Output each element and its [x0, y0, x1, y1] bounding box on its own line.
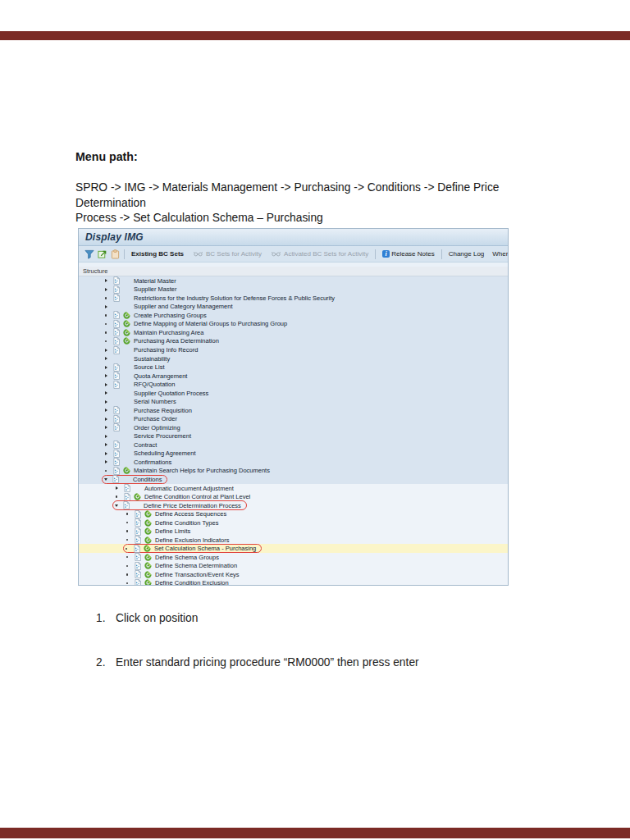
tree-row[interactable]: Confirmations	[79, 458, 508, 467]
doc-icon[interactable]	[113, 441, 123, 449]
tree-row[interactable]: Define Mapping of Material Groups to Pur…	[79, 320, 508, 329]
activity-icon[interactable]	[144, 562, 155, 569]
expand-arrow-icon[interactable]	[105, 418, 113, 421]
doc-icon[interactable]	[113, 381, 123, 389]
doc-icon[interactable]	[135, 553, 144, 561]
doc-icon[interactable]	[135, 527, 144, 536]
expand-arrow-icon[interactable]	[105, 357, 113, 360]
expand-arrow-icon[interactable]	[105, 349, 113, 352]
activity-icon[interactable]	[144, 571, 155, 578]
doc-icon[interactable]	[113, 458, 123, 466]
tree-row[interactable]: Define Limits	[79, 527, 508, 536]
collapse-arrow-icon[interactable]	[104, 478, 112, 481]
tree-row[interactable]: Source List	[79, 363, 508, 372]
activity-icon[interactable]	[144, 510, 155, 518]
doc-icon[interactable]	[135, 562, 144, 570]
tree-row[interactable]: Define Exclusion Indicators	[79, 536, 508, 545]
activity-icon[interactable]	[134, 493, 144, 500]
doc-icon[interactable]	[113, 294, 123, 302]
existing-bc-sets-button[interactable]: Existing BC Sets	[127, 250, 188, 258]
doc-icon[interactable]	[113, 311, 123, 319]
activity-icon[interactable]	[123, 467, 134, 474]
tree-row[interactable]: Order Optimizing	[79, 423, 508, 432]
activity-icon[interactable]	[123, 320, 134, 327]
tree-row[interactable]: Quota Arrangement	[79, 372, 508, 381]
tree-row[interactable]: Supplier Quotation Process	[79, 389, 508, 398]
doc-icon[interactable]	[135, 536, 144, 544]
tree-row[interactable]: Define Condition Types	[79, 518, 508, 527]
tree-row[interactable]: Purchasing Area Determination	[79, 337, 508, 346]
tree-row[interactable]: Scheduling Agreement	[79, 450, 508, 459]
tree-row[interactable]: Conditions	[79, 475, 508, 484]
expand-arrow-icon[interactable]	[116, 486, 124, 490]
activity-icon[interactable]	[144, 536, 155, 544]
tree-row[interactable]: Define Access Sequences	[79, 509, 508, 518]
expand-arrow-icon[interactable]	[105, 452, 113, 455]
doc-icon[interactable]	[135, 579, 144, 586]
release-notes-button[interactable]: i Release Notes	[378, 250, 438, 258]
doc-icon[interactable]	[113, 285, 123, 294]
export-icon[interactable]	[98, 249, 107, 259]
doc-icon[interactable]	[113, 328, 123, 336]
tree-row[interactable]: Automatic Document Adjustment	[79, 484, 508, 493]
expand-arrow-icon[interactable]	[105, 460, 113, 463]
activity-icon[interactable]	[144, 527, 155, 535]
tree-row[interactable]: Define Schema Determination	[79, 562, 508, 571]
tree-row[interactable]: Material Master	[79, 276, 508, 285]
doc-icon[interactable]	[113, 337, 123, 345]
expand-arrow-icon[interactable]	[105, 279, 113, 282]
tree-row[interactable]: Maintain Search Helps for Purchasing Doc…	[79, 467, 508, 476]
tree-row[interactable]: Define Transaction/Event Keys	[79, 570, 508, 579]
where-else-used-button[interactable]: Where Else Used	[488, 250, 509, 258]
tree-row[interactable]: Supplier and Category Management	[79, 303, 508, 312]
doc-icon[interactable]	[113, 372, 123, 380]
tree-row[interactable]: Sustainability	[79, 354, 508, 363]
expand-arrow-icon[interactable]	[105, 400, 113, 404]
funnel-icon[interactable]	[84, 249, 94, 259]
clipboard-icon[interactable]	[111, 249, 120, 259]
expand-arrow-icon[interactable]	[105, 288, 113, 291]
tree-row[interactable]: Define Schema Groups	[79, 553, 508, 562]
doc-icon[interactable]	[123, 501, 133, 509]
change-log-button[interactable]: Change Log	[445, 250, 489, 258]
doc-icon[interactable]	[135, 510, 144, 518]
tree-row[interactable]: Create Purchasing Groups	[79, 311, 508, 320]
tree-row[interactable]: Define Condition Control at Plant Level	[79, 492, 508, 501]
tree-row[interactable]: Contract	[79, 441, 508, 450]
expand-arrow-icon[interactable]	[105, 426, 113, 429]
expand-arrow-icon[interactable]	[105, 391, 113, 395]
expand-arrow-icon[interactable]	[105, 383, 113, 386]
doc-icon[interactable]	[113, 415, 123, 423]
doc-icon[interactable]	[113, 276, 123, 285]
tree-row[interactable]: Define Price Determination Process	[79, 501, 508, 510]
doc-icon[interactable]	[113, 450, 123, 458]
activity-icon[interactable]	[144, 579, 155, 586]
doc-icon[interactable]	[113, 320, 123, 328]
tree-row[interactable]: Purchase Order	[79, 415, 508, 424]
activity-icon[interactable]	[144, 554, 155, 561]
tree-row[interactable]: Set Calculation Schema - Purchasing	[79, 544, 508, 553]
doc-icon[interactable]	[124, 493, 134, 501]
activity-icon[interactable]	[144, 519, 155, 527]
doc-icon[interactable]	[113, 467, 123, 475]
tree-row[interactable]: Purchase Requisition	[79, 406, 508, 415]
doc-icon[interactable]	[113, 363, 123, 372]
activity-icon[interactable]	[123, 337, 134, 345]
doc-icon[interactable]	[135, 570, 144, 578]
expand-arrow-icon[interactable]	[105, 305, 113, 308]
doc-icon[interactable]	[113, 346, 123, 354]
doc-icon[interactable]	[124, 484, 134, 492]
expand-arrow-icon[interactable]	[105, 409, 113, 412]
expand-arrow-icon[interactable]	[105, 374, 113, 377]
activity-icon[interactable]	[123, 329, 134, 336]
doc-icon[interactable]	[135, 518, 144, 527]
collapse-arrow-icon[interactable]	[115, 504, 123, 507]
doc-icon[interactable]	[113, 423, 123, 431]
tree-row[interactable]: Define Condition Exclusion	[79, 579, 508, 586]
activity-icon[interactable]	[123, 312, 134, 319]
tree-row[interactable]: Maintain Purchasing Area	[79, 328, 508, 337]
tree-row[interactable]: RFQ/Quotation	[79, 380, 508, 389]
bc-sets-for-activity-button[interactable]: BC Sets for Activity	[188, 250, 266, 258]
expand-arrow-icon[interactable]	[105, 443, 113, 446]
tree-row[interactable]: Supplier Master	[79, 285, 508, 294]
